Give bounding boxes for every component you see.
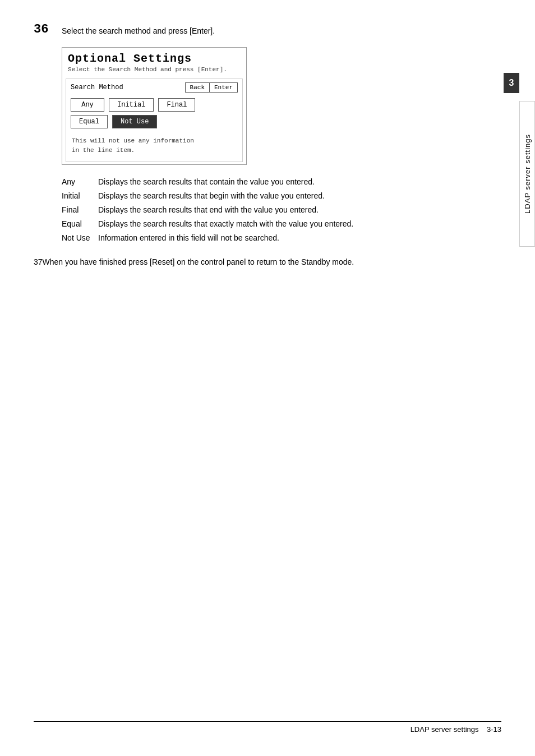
step-36-text: Select the search method and press [Ente… (62, 22, 215, 37)
footer-right: 3-13 (487, 725, 501, 734)
step-36-number: 36 (34, 22, 62, 36)
note-line1: This will not use any information (72, 137, 194, 144)
screenshot-content: Search Method Back Enter Any Initial Fin… (66, 79, 243, 162)
screenshot-title: Optional Settings (62, 48, 246, 66)
footer-text: LDAP server settings 3-13 (411, 725, 501, 734)
def-any: Displays the search results that contain… (98, 176, 435, 188)
step-37-number: 37 (34, 257, 43, 266)
sidebar-tab: LDAP server settings (519, 101, 535, 247)
def-initial: Displays the search results that begin w… (98, 190, 435, 202)
screenshot-box: Optional Settings Select the Search Meth… (62, 47, 247, 165)
term-final: Final (62, 204, 98, 216)
desc-row-notuse: Not Use Information entered in this fiel… (62, 232, 501, 244)
def-notuse: Information entered in this field will n… (98, 232, 435, 244)
desc-row-equal: Equal Displays the search results that e… (62, 218, 501, 230)
screenshot-note: This will not use any information in the… (71, 134, 238, 158)
nav-buttons: Back Enter (185, 82, 238, 93)
term-any: Any (62, 176, 98, 188)
options-row-2: Equal Not Use (71, 115, 238, 128)
def-final: Displays the search results that end wit… (98, 204, 435, 216)
chapter-number: 3 (509, 78, 514, 88)
step-36-row: 36 Select the search method and press [E… (34, 22, 501, 37)
option-any[interactable]: Any (71, 98, 104, 112)
option-equal[interactable]: Equal (71, 115, 108, 128)
options-row-1: Any Initial Final (71, 98, 238, 112)
step-37-text: When you have finished press [Reset] on … (43, 257, 354, 266)
page-container: 3 LDAP server settings 36 Select the sea… (0, 0, 535, 756)
desc-row-any: Any Displays the search results that con… (62, 176, 501, 188)
term-equal: Equal (62, 218, 98, 230)
step-37-instruction: When you have finished press [Reset] on … (43, 257, 354, 266)
option-final[interactable]: Final (158, 98, 195, 112)
descriptions-table: Any Displays the search results that con… (62, 176, 501, 244)
desc-row-initial: Initial Displays the search results that… (62, 190, 501, 202)
chapter-box: 3 (504, 73, 519, 93)
screenshot-subtitle: Select the Search Method and press [Ente… (62, 66, 246, 76)
bottom-bar: LDAP server settings 3-13 (34, 721, 501, 734)
term-initial: Initial (62, 190, 98, 202)
search-method-label: Search Method (71, 84, 123, 91)
desc-row-final: Final Displays the search results that e… (62, 204, 501, 216)
option-notuse[interactable]: Not Use (112, 115, 157, 128)
back-button[interactable]: Back (185, 82, 209, 93)
term-notuse: Not Use (62, 232, 98, 244)
def-equal: Displays the search results that exactly… (98, 218, 435, 230)
sidebar-label: LDAP server settings (523, 134, 532, 214)
search-method-row: Search Method Back Enter (71, 82, 238, 93)
enter-button[interactable]: Enter (209, 82, 238, 93)
footer-left: LDAP server settings (411, 725, 479, 734)
note-line2: in the line item. (72, 147, 135, 154)
step-37-row: 37 When you have finished press [Reset] … (34, 257, 501, 266)
options-grid: Any Initial Final Equal Not Use (71, 98, 238, 128)
option-initial[interactable]: Initial (109, 98, 154, 112)
